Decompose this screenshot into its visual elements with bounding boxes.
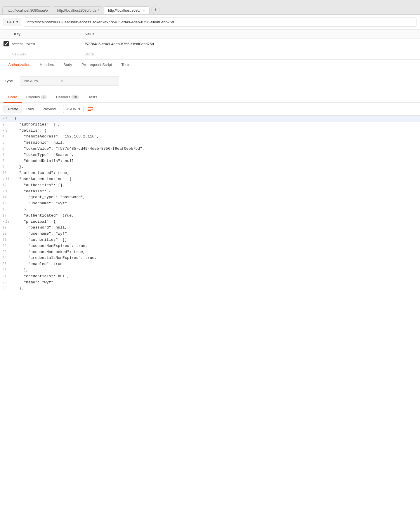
tab-pre-request-script[interactable]: Pre-request Script [77,60,117,70]
code-line-16: 16 }, [0,207,420,213]
chevron-down-icon: ▾ [16,20,18,24]
tab-tests[interactable]: Tests [117,60,135,70]
param-1-checkbox[interactable] [4,41,9,46]
code-content-4: "remoteAddress": "192.168.2.116", [15,134,420,140]
line-number-4: 4 [0,134,15,140]
code-line-27: 27 "credentials": null, [0,273,420,280]
raw-button[interactable]: Raw [22,105,38,113]
browser-tab-2[interactable]: http://localhost:8080/order/ [53,6,103,14]
code-line-2: 2 "authorities": [], [0,122,420,128]
params-header: Key Value [0,30,420,39]
code-line-13: ▾13 "details": { [0,189,420,195]
format-type-select[interactable]: JSON ▾ [63,105,84,113]
fold-arrow-1[interactable]: ▾ [2,116,4,121]
line-number-9: 9 [0,164,15,170]
line-number-12: 12 [0,182,15,188]
code-line-14: 14 "grant_type": "password", [0,194,420,201]
line-number-14: 14 [0,194,15,200]
fold-arrow-18[interactable]: ▾ [2,219,4,224]
code-line-22: 22 "accountNonExpired": true, [0,243,420,249]
tab-authorization[interactable]: Authorization [4,60,35,70]
cookies-badge: 2 [41,95,47,99]
code-content-27: "credentials": null, [15,273,420,280]
browser-tab-3[interactable]: http://localhost:8080/ × [104,6,150,14]
chevron-down-icon: ▾ [78,107,80,111]
code-content-17: "authenticated": true, [15,213,420,219]
method-label: GET [7,20,15,24]
code-line-7: 7 "tokenType": "Bearer", [0,152,420,158]
code-line-17: 17 "authenticated": true, [0,213,420,219]
code-content-6: "tokenValue": "f577d485-cd49-4deb-8756-f… [15,146,420,152]
line-number-6: 6 [0,146,15,152]
param-new-key[interactable]: New key [12,52,85,56]
code-content-14: "grant_type": "password", [15,194,420,201]
res-tab-headers[interactable]: Headers10 [51,92,84,103]
res-tab-body-label: Body [8,95,17,99]
line-number-19: 19 [0,225,15,231]
fold-arrow-3[interactable]: ▾ [2,128,4,133]
code-content-22: "accountNonExpired": true, [15,243,420,249]
param-row-new: New key value [0,49,420,59]
params-section: Key Value access_token f577d485-cd49-4de… [0,30,420,60]
url-input[interactable] [24,18,416,27]
code-line-23: 23 "accountNonLocked": true, [0,249,420,255]
preview-button[interactable]: Preview [38,105,60,113]
code-content-23: "accountNonLocked": true, [15,249,420,255]
tab-headers-label: Headers [40,62,54,67]
fold-arrow-11[interactable]: ▾ [2,177,4,182]
param-row-1: access_token f577d485-cd49-4deb-8756-f9e… [0,39,420,49]
code-content-19: "password": null, [15,225,420,231]
code-line-10: 10 "authenticated": true, [0,170,420,176]
tab-headers[interactable]: Headers [35,60,59,70]
line-number-8: 8 [0,158,15,164]
code-content-12: "authorities": [], [15,182,420,189]
code-area: ▾1{2 "authorities": [],▾3 "details": {4 … [0,116,420,292]
auth-type-select[interactable]: No Auth ▾ [20,76,119,86]
code-line-9: 9 }, [0,164,420,170]
res-tab-tests[interactable]: Tests [84,92,102,103]
fold-arrow-13[interactable]: ▾ [2,189,4,194]
code-content-18: "principal": { [15,219,420,225]
line-number-15: 15 [0,201,15,206]
code-line-19: 19 "password": null, [0,225,420,231]
code-line-4: 4 "remoteAddress": "192.168.2.116", [0,134,420,140]
close-icon[interactable]: × [143,8,145,13]
code-content-15: "username": "wyf" [15,201,420,207]
add-tab-button[interactable]: + [151,6,160,14]
browser-tab-1[interactable]: http://localhost:8080/uaa/o [2,6,52,14]
code-content-28: "name": "wyf" [15,280,420,286]
code-content-2: "authorities": [], [15,122,420,128]
line-number-20: 20 [0,231,15,237]
line-number-1: ▾1 [0,116,15,121]
param-1-value: f577d485-cd49-4deb-8756-f9eaf0ebb75d [85,42,416,46]
pretty-button[interactable]: Pretty [4,105,22,113]
tab-body[interactable]: Body [59,60,77,70]
line-number-18: ▾18 [0,219,15,225]
res-tab-headers-label: Headers [56,95,70,99]
wrap-icon[interactable] [87,107,93,112]
browser-tabs-bar: http://localhost:8080/uaa/o http://local… [0,0,420,15]
key-column-header: Key [4,32,85,36]
code-line-24: 24 "credentialsNonExpired": true, [0,255,420,261]
code-line-3: ▾3 "details": { [0,128,420,134]
headers-badge: 10 [71,95,79,99]
line-number-24: 24 [0,255,15,261]
tab-pre-request-script-label: Pre-request Script [81,62,112,67]
tab-authorization-label: Authorization [8,62,30,67]
line-number-26: 26 [0,267,15,273]
code-line-6: 6 "tokenValue": "f577d485-cd49-4deb-8756… [0,146,420,152]
request-tabs: Authorization Headers Body Pre-request S… [0,60,420,70]
res-tab-cookies[interactable]: Cookies2 [22,92,51,103]
line-number-10: 10 [0,170,15,176]
line-number-21: 21 [0,237,15,243]
method-select[interactable]: GET ▾ [4,18,21,26]
line-number-11: ▾11 [0,176,15,182]
code-line-8: 8 "decodedDetails": null [0,158,420,164]
res-tab-body[interactable]: Body [4,92,22,103]
line-number-16: 16 [0,207,15,212]
code-content-1: { [15,116,420,122]
param-new-value[interactable]: value [85,52,416,56]
code-content-20: "username": "wyf", [15,231,420,237]
format-bar: Pretty Raw Preview JSON ▾ [0,103,420,116]
code-line-18: ▾18 "principal": { [0,219,420,225]
